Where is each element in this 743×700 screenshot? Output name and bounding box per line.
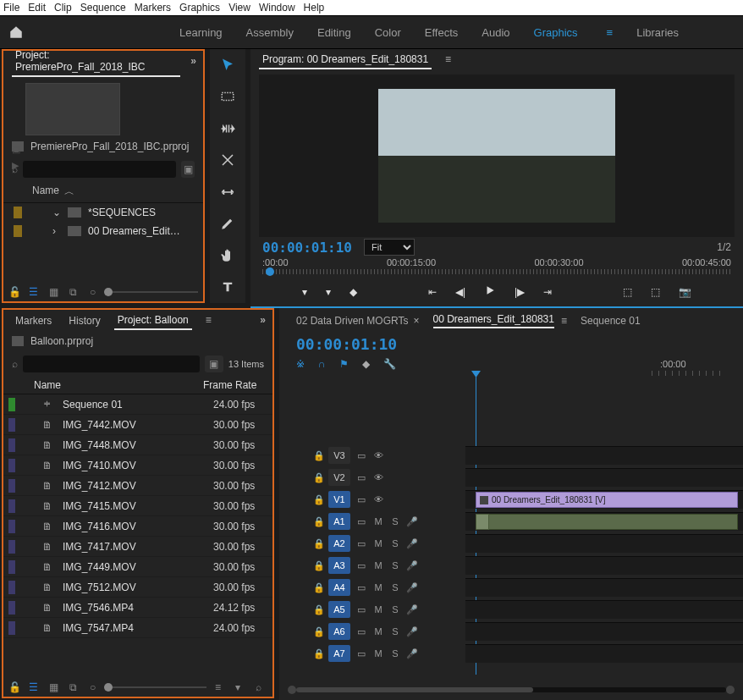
mute-button[interactable]: M <box>372 560 384 570</box>
toggle-output-icon[interactable]: ▭ <box>355 560 367 571</box>
lock-icon[interactable]: 🔒 <box>313 494 323 505</box>
voice-icon[interactable]: 🎤 <box>406 604 418 615</box>
mute-button[interactable]: M <box>372 582 384 593</box>
media-row[interactable]: 🗎IMG_7546.MP424.12 fps <box>3 598 272 618</box>
close-tab-icon[interactable]: × <box>414 315 420 327</box>
panel-menu-icon[interactable]: ≡ <box>561 315 567 327</box>
go-to-out-button[interactable]: ⇥ <box>543 286 552 298</box>
eye-icon[interactable]: 👁 <box>372 450 384 460</box>
track-lane[interactable] <box>465 600 743 619</box>
toggle-output-icon[interactable]: ▭ <box>355 450 367 461</box>
mute-button[interactable]: M <box>372 648 384 659</box>
menu-window[interactable]: Window <box>259 2 295 14</box>
media-row[interactable]: 🗎IMG_7415.MOV30.00 fps <box>3 496 272 516</box>
find-icon[interactable]: ⌕ <box>256 681 267 693</box>
track-label[interactable]: V2 <box>328 469 350 486</box>
voice-icon[interactable]: 🎤 <box>406 560 418 571</box>
program-ruler[interactable]: :00:0000:00:15:0000:00:30:0000:00:45:00 <box>262 257 731 279</box>
media-row[interactable]: 🗎IMG_7448.MOV30.00 fps <box>3 435 272 455</box>
list-view-icon[interactable]: ☰ <box>29 286 41 298</box>
mute-button[interactable]: M <box>372 626 384 637</box>
playhead-icon[interactable] <box>266 267 274 276</box>
track-select-tool[interactable] <box>218 88 237 107</box>
zoom-out-icon[interactable]: ○ <box>90 286 96 298</box>
workspace-tab-learning[interactable]: Learning <box>179 26 223 39</box>
column-framerate[interactable]: Frame Rate <box>203 379 264 391</box>
slip-tool[interactable] <box>218 183 237 201</box>
play-button[interactable] <box>484 284 496 299</box>
icon-view-icon[interactable]: ▦ <box>49 681 61 693</box>
toggle-output-icon[interactable]: ▭ <box>355 626 367 637</box>
solo-button[interactable]: S <box>389 582 401 593</box>
program-timecode[interactable]: 00:00:01:10 <box>262 240 352 256</box>
workspace-tab-graphics[interactable]: Graphics <box>534 26 578 39</box>
sequence-tab[interactable]: 00 Dreamers_Edit_180831 <box>433 313 554 328</box>
write-lock-icon[interactable]: 🔓 <box>8 286 20 298</box>
menu-sequence[interactable]: Sequence <box>80 2 126 14</box>
track-lane[interactable] <box>465 512 743 531</box>
media-row[interactable]: 🗎IMG_7412.MOV30.00 fps <box>3 476 272 496</box>
solo-button[interactable]: S <box>389 516 401 526</box>
project-tab[interactable]: Project: PremierePro_Fall_2018_IBC <box>12 46 180 77</box>
track-label[interactable]: A4 <box>328 579 350 596</box>
selection-tool[interactable] <box>218 56 237 74</box>
toggle-output-icon[interactable]: ▭ <box>355 516 367 527</box>
track-label[interactable]: V3 <box>328 447 350 464</box>
media-row[interactable]: 🗎IMG_7449.MOV30.00 fps <box>3 557 272 577</box>
timeline-scrollbar[interactable] <box>288 685 735 695</box>
linked-selection-icon[interactable]: ∩ <box>318 358 326 370</box>
track-lane[interactable]: 00 Dreamers_Edit_180831 [V] <box>465 490 743 509</box>
track-label[interactable]: V1 <box>328 491 350 508</box>
menu-file[interactable]: File <box>3 2 19 14</box>
mute-button[interactable]: M <box>372 516 384 526</box>
zoom-out-icon[interactable]: ○ <box>90 681 96 693</box>
media-row[interactable]: 🗎IMG_7442.MOV30.00 fps <box>3 415 272 435</box>
toggle-output-icon[interactable]: ▭ <box>355 472 367 483</box>
lift-button[interactable]: ⬚ <box>623 286 632 298</box>
freeform-view-icon[interactable]: ⧉ <box>69 286 81 298</box>
bin-row[interactable]: ›00 Dreamers_Edit… <box>3 222 203 240</box>
search-input[interactable] <box>23 161 176 178</box>
settings-icon[interactable]: 🔧 <box>383 358 396 370</box>
expand-icon[interactable]: » <box>190 55 195 67</box>
video-clip[interactable]: 00 Dreamers_Edit_180831 [V] <box>476 492 738 508</box>
write-lock-icon[interactable]: 🔓 <box>8 681 20 693</box>
workspace-menu-icon[interactable]: ≡ <box>607 26 614 39</box>
voice-icon[interactable]: 🎤 <box>406 648 418 659</box>
toggle-output-icon[interactable]: ▭ <box>355 494 367 505</box>
workspace-tab-editing[interactable]: Editing <box>317 26 351 39</box>
track-lane[interactable] <box>465 534 743 553</box>
solo-button[interactable]: S <box>389 560 401 570</box>
lock-icon[interactable]: 🔒 <box>313 472 323 483</box>
mute-button[interactable]: M <box>372 538 384 548</box>
new-search-bin-button[interactable]: ▣ <box>205 356 223 372</box>
program-viewport[interactable] <box>259 74 735 237</box>
voice-icon[interactable]: 🎤 <box>406 538 418 549</box>
menu-view[interactable]: View <box>228 2 250 14</box>
play-icon[interactable]: ▶ <box>12 160 20 171</box>
lock-icon[interactable]: 🔒 <box>313 604 323 615</box>
menu-edit[interactable]: Edit <box>28 2 46 14</box>
track-lane[interactable] <box>465 622 743 641</box>
sort-indicator-icon[interactable]: ︿ <box>64 185 74 199</box>
export-frame-button[interactable]: 📷 <box>679 286 691 298</box>
list-view-icon[interactable]: ☰ <box>29 681 41 693</box>
home-icon[interactable] <box>8 25 24 40</box>
sequence-tab[interactable]: Sequence 01 <box>581 315 641 327</box>
media-row[interactable]: ⫩Sequence 0124.00 fps <box>3 394 272 415</box>
program-tab[interactable]: Program: 00 Dreamers_Edit_180831 <box>259 50 432 69</box>
media-row[interactable]: 🗎IMG_7417.MOV30.00 fps <box>3 537 272 557</box>
menu-help[interactable]: Help <box>304 2 325 14</box>
sort-icon[interactable]: ≡ <box>215 681 227 693</box>
step-forward-button[interactable]: |▶ <box>515 286 525 298</box>
panel-menu-icon[interactable]: ≡ <box>206 314 212 326</box>
track-label[interactable]: A7 <box>328 645 350 662</box>
expand-icon[interactable]: » <box>260 314 264 326</box>
menu-graphics[interactable]: Graphics <box>179 2 220 14</box>
media-row[interactable]: 🗎IMG_7547.MP424.00 fps <box>3 618 272 638</box>
extract-button[interactable]: ⬚ <box>651 286 660 298</box>
add-marker-icon[interactable]: ⚑ <box>339 358 349 370</box>
track-lane[interactable] <box>465 468 743 487</box>
media-row[interactable]: 🗎IMG_7512.MOV30.00 fps <box>3 577 272 598</box>
new-search-bin-button[interactable]: ▣ <box>181 161 195 178</box>
